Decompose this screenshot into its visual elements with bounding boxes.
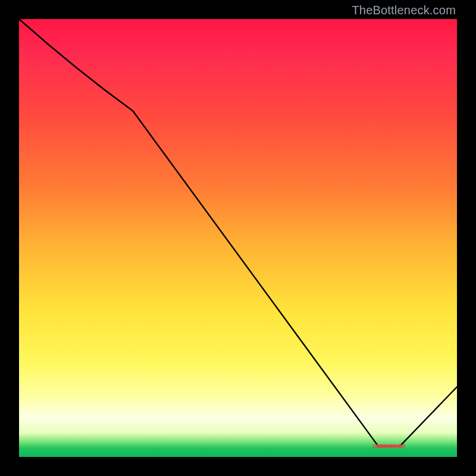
data-curve <box>19 19 457 446</box>
chart-stage: TheBottleneck.com i7-6800K-67 <box>0 0 476 476</box>
plot-area: i7-6800K-67 <box>19 19 457 457</box>
line-chart <box>19 19 457 457</box>
watermark-text: TheBottleneck.com <box>352 4 456 17</box>
marker-label: i7-6800K-67 <box>372 443 406 449</box>
